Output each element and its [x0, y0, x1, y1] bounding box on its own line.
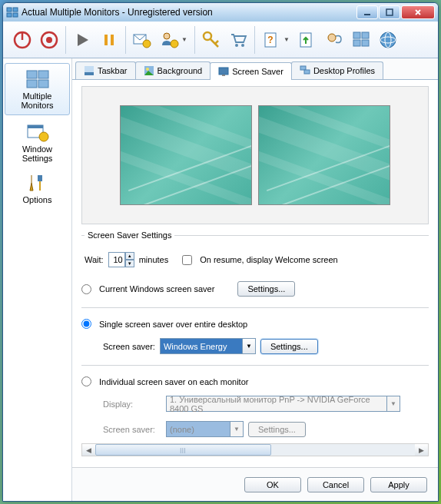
apply-button[interactable]: Apply	[370, 477, 427, 492]
svg-rect-46	[219, 68, 228, 75]
maximize-button[interactable]	[379, 5, 400, 19]
window-controls	[356, 5, 435, 19]
mode-current-radio[interactable]	[81, 284, 91, 294]
svg-rect-5	[386, 9, 393, 15]
envelope-gear-icon[interactable]	[129, 25, 155, 55]
sidebar-label: Multiple Monitors	[8, 91, 66, 110]
wait-label: Wait:	[85, 255, 104, 264]
cancel-button[interactable]: Cancel	[307, 477, 364, 492]
titlebar[interactable]: Actual Multiple Monitors - Unregistered …	[3, 3, 438, 22]
svg-rect-29	[362, 40, 369, 46]
horizontal-scrollbar[interactable]: ◀ ▶	[81, 443, 429, 456]
svg-point-9	[46, 37, 52, 43]
wait-row: Wait: ▲▼ minutes On resume, display Welc…	[85, 252, 426, 267]
sidebar-item-options[interactable]: Options	[3, 167, 71, 209]
ok-button[interactable]: OK	[244, 477, 301, 492]
wait-spinner[interactable]: ▲▼	[108, 252, 134, 267]
svg-point-14	[143, 40, 151, 48]
sidebar-item-multiple-monitors[interactable]: Multiple Monitors	[5, 63, 70, 115]
preview-area	[81, 86, 429, 224]
globe-icon[interactable]	[375, 25, 401, 55]
svg-rect-42	[85, 72, 94, 75]
mode-single-label: Single screen saver over entire desktop	[99, 320, 247, 329]
individual-saver-label: Screen saver:	[103, 425, 161, 434]
mode-individual-radio[interactable]	[81, 376, 91, 386]
saver-selected[interactable]: Windows Energy	[160, 338, 243, 354]
tab-desktop-profiles[interactable]: Desktop Profiles	[291, 61, 383, 79]
svg-rect-35	[27, 80, 37, 88]
stop-circle-icon[interactable]	[36, 25, 62, 55]
tab-label: Screen Saver	[232, 67, 284, 76]
play-icon[interactable]	[69, 25, 95, 55]
svg-text:?: ?	[267, 35, 273, 45]
sidebar-label: Window Settings	[6, 144, 68, 163]
sidebar-item-window-settings[interactable]: Window Settings	[3, 117, 71, 167]
app-window: Actual Multiple Monitors - Unregistered …	[2, 2, 439, 502]
feedback-icon[interactable]	[321, 25, 347, 55]
help-icon[interactable]: ?▼	[258, 25, 293, 55]
svg-rect-34	[38, 71, 48, 78]
svg-rect-49	[304, 70, 310, 74]
svg-rect-43	[85, 66, 94, 72]
pause-icon[interactable]	[96, 25, 122, 55]
svg-line-19	[215, 41, 218, 44]
svg-point-30	[380, 32, 396, 48]
profiles-icon	[300, 65, 310, 76]
tab-label: Background	[158, 66, 203, 75]
individual-saver-value: (none)	[166, 421, 230, 437]
svg-rect-48	[300, 66, 306, 70]
settings-button-current[interactable]: Settings...	[237, 281, 295, 297]
scroll-track[interactable]	[95, 444, 415, 456]
minimize-button[interactable]	[356, 5, 378, 19]
scroll-left-icon[interactable]: ◀	[82, 444, 95, 456]
scroll-thumb[interactable]	[95, 444, 271, 456]
onresume-label: On resume, display Welcome screen	[200, 255, 338, 264]
preview-monitor-2	[258, 105, 390, 205]
mode-single-radio[interactable]	[81, 319, 91, 329]
onresume-checkbox[interactable]	[182, 255, 192, 265]
svg-point-15	[164, 33, 170, 39]
scroll-right-icon[interactable]: ▶	[415, 444, 428, 456]
cart-icon[interactable]	[225, 25, 251, 55]
svg-rect-47	[222, 75, 225, 76]
monitors-grid-icon[interactable]	[348, 25, 374, 55]
saver-combo[interactable]: Windows Energy ▼	[160, 338, 256, 354]
individual-saver-row: Screen saver: (none) ▼ Settings...	[81, 421, 429, 437]
saver-dropdown-icon[interactable]: ▼	[243, 338, 256, 354]
mode-individual-row: Individual screen saver on each monitor	[81, 376, 429, 386]
update-icon[interactable]	[294, 25, 320, 55]
tab-screen-saver[interactable]: Screen Saver	[210, 62, 292, 80]
svg-point-25	[328, 34, 336, 41]
users-gear-icon[interactable]: ▼	[156, 25, 191, 55]
tab-bar: Taskbar Background Screen Saver Desktop …	[72, 58, 438, 80]
wait-down-button[interactable]: ▼	[125, 260, 134, 267]
toolbar: ▼ ?▼	[3, 22, 438, 58]
tab-taskbar[interactable]: Taskbar	[75, 61, 136, 79]
svg-rect-27	[362, 32, 369, 38]
tab-label: Desktop Profiles	[313, 66, 375, 75]
svg-rect-33	[27, 71, 37, 78]
screensaver-panel: Screen Saver Settings Wait: ▲▼ minutes O…	[72, 80, 438, 467]
taskbar-icon	[84, 65, 94, 76]
screensaver-settings-group: Screen Saver Settings Wait: ▲▼ minutes O…	[81, 230, 429, 272]
close-button[interactable]	[401, 5, 435, 19]
wait-input[interactable]	[108, 252, 125, 267]
settings-legend: Screen Saver Settings	[85, 230, 174, 240]
background-icon	[144, 65, 154, 76]
display-row: Display: 1. Универсальный монитор PnP ->…	[81, 396, 429, 412]
power-red-icon[interactable]	[9, 25, 35, 55]
display-label: Display:	[103, 400, 161, 409]
tab-background[interactable]: Background	[135, 61, 211, 79]
key-icon[interactable]	[198, 25, 224, 55]
tab-label: Taskbar	[98, 66, 128, 75]
svg-rect-41	[39, 181, 41, 191]
tools-icon	[25, 172, 50, 194]
sidebar: Multiple Monitors Window Settings Option…	[3, 58, 72, 501]
svg-point-21	[241, 44, 244, 47]
display-dropdown-icon: ▼	[387, 396, 400, 412]
app-icon	[6, 6, 18, 18]
wait-up-button[interactable]: ▲	[125, 252, 134, 260]
svg-rect-2	[7, 13, 12, 17]
svg-rect-38	[28, 125, 43, 128]
settings-button-single[interactable]: Settings...	[260, 339, 318, 354]
